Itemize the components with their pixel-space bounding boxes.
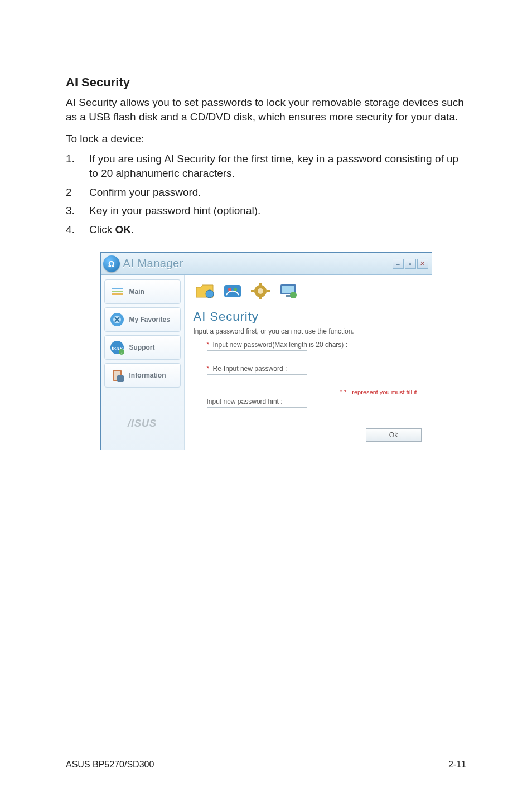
step-num: 4. [66,223,89,237]
titlebar[interactable]: Ω AI Manager – ▫ ✕ [101,253,432,275]
main-icon [109,284,125,299]
step-text: If you are using AI Security for the fir… [89,152,466,180]
step-text-suffix: . [131,224,134,235]
sidebar-item-label: Main [129,288,144,296]
svg-point-14 [228,288,231,291]
maximize-button[interactable]: ▫ [405,259,416,269]
svg-point-15 [234,288,237,291]
app-title: AI Manager [123,257,183,270]
step-num: 2 [66,185,89,200]
new-password-label: Input new password(Max length is 20 char… [213,341,347,349]
step-3: 3. Key in your password hint (optional). [66,204,466,218]
svg-rect-19 [259,296,262,299]
sidebar-item-label: Information [129,371,166,379]
step-text-bold: OK [115,224,131,235]
gear-icon[interactable] [249,281,272,302]
new-password-input[interactable] [207,350,307,361]
sidebar-item-support[interactable]: isus↓ Support [104,335,181,360]
page-footer: ASUS BP5270/SD300 2-11 [66,755,466,770]
password-hint-label: Input new password hint : [207,398,283,405]
step-4: 4. Click OK. [66,223,466,237]
app-logo-icon: Ω [103,255,120,272]
svg-rect-21 [267,290,270,292]
sidebar-item-label: My Favorites [129,316,170,323]
step-text-prefix: Click [89,224,115,235]
step-text: Confirm your password. [89,185,201,200]
step-2: 2 Confirm your password. [66,185,466,200]
sidebar-item-information[interactable]: Information [104,363,181,388]
svg-rect-20 [251,290,254,292]
sidebar-item-main[interactable]: Main [104,279,181,304]
footer-right: 2-11 [448,760,466,770]
meter-icon[interactable] [221,281,244,302]
svg-rect-1 [112,291,123,292]
sidebar-item-label: Support [129,344,155,351]
minimize-button[interactable]: – [393,259,404,269]
sidebar: Main My Favorites isus↓ Support [101,275,185,450]
password-form: * Input new password(Max length is 20 ch… [190,340,426,425]
section-intro: AI Security allows you to set passwords … [66,95,466,124]
close-button[interactable]: ✕ [417,259,428,269]
required-star: * [207,341,210,349]
toolbar [190,279,426,306]
svg-rect-18 [259,283,262,286]
section-title: AI Security [66,75,466,90]
svg-point-17 [258,288,263,294]
folder-icon[interactable] [194,281,216,302]
footer-left: ASUS BP5270/SD300 [66,760,154,770]
password-hint-input[interactable] [207,407,307,418]
lock-intro: To lock a device: [66,133,466,145]
monitor-icon[interactable] [277,281,299,302]
favorites-icon [109,312,125,327]
steps-list: 1. If you are using AI Security for the … [66,152,466,236]
step-text: Key in your password hint (optional). [89,204,260,218]
ai-manager-window: Ω AI Manager – ▫ ✕ Main [100,252,432,450]
content-panel: AI Security Input a password first, or y… [185,275,432,450]
required-hint-note: " * " represent you must fill it [207,389,417,395]
step-num: 1. [66,152,89,180]
sidebar-item-favorites[interactable]: My Favorites [104,307,181,332]
svg-rect-0 [112,288,123,289]
required-star: * [207,365,210,373]
panel-subtitle: Input a password first, or you can not u… [190,326,426,340]
panel-title: AI Security [190,306,426,326]
step-text: Click OK. [89,223,134,237]
information-icon [109,368,125,383]
svg-rect-11 [117,375,124,382]
step-num: 3. [66,204,89,218]
reinput-password-label: Re-Input new password : [213,365,287,373]
svg-rect-2 [112,293,123,295]
svg-point-25 [290,292,297,298]
svg-point-12 [206,290,214,298]
ok-button[interactable]: Ok [366,428,422,442]
svg-text:↓: ↓ [120,350,123,355]
asus-brand-logo: /‎iSUS [104,418,181,429]
step-1: 1. If you are using AI Security for the … [66,152,466,180]
support-icon: isus↓ [109,340,125,355]
reinput-password-input[interactable] [207,374,307,385]
